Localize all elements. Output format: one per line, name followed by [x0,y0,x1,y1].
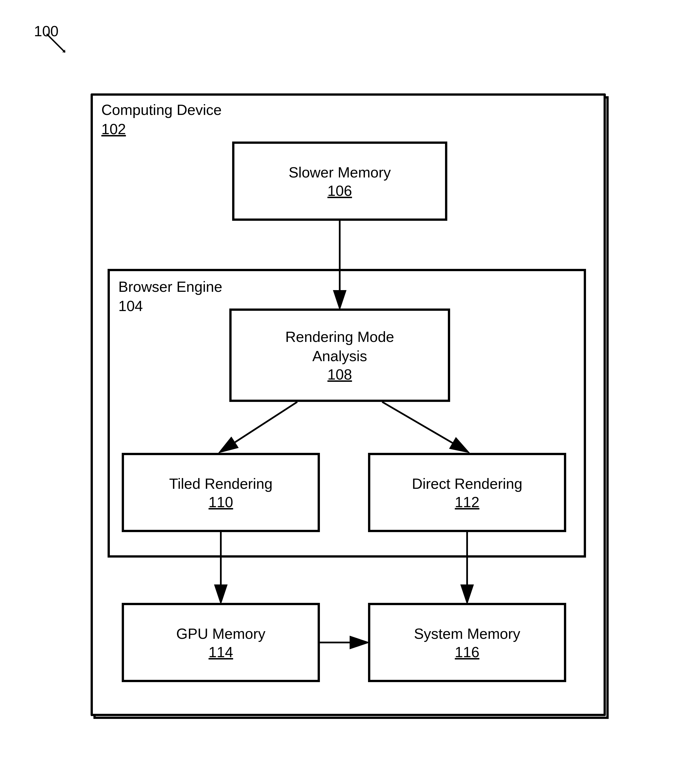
direct-rendering-label: Direct Rendering [412,474,522,494]
tiled-rendering-label: Tiled Rendering [169,474,272,494]
svg-line-0 [47,34,65,53]
browser-engine-label: Browser Engine 104 [119,277,222,316]
computing-device-name: Computing Device [101,102,222,118]
computing-device-number: 102 [101,121,126,137]
browser-engine-number: 104 [119,298,143,314]
rendering-mode-analysis-box: Rendering Mode Analysis 108 [229,308,450,402]
system-memory-number: 116 [455,644,479,660]
slower-memory-label: Slower Memory [288,163,391,182]
browser-engine-name: Browser Engine [119,278,222,295]
slower-memory-box: Slower Memory 106 [232,142,447,221]
rendering-mode-label1: Rendering Mode [285,328,394,347]
rendering-mode-label2: Analysis [312,347,367,366]
slower-memory-number: 106 [328,182,352,199]
computing-device-label: Computing Device 102 [101,100,222,139]
gpu-memory-label: GPU Memory [176,624,265,644]
tiled-rendering-box: Tiled Rendering 110 [122,453,320,532]
gpu-memory-box: GPU Memory 114 [122,603,320,682]
direct-rendering-box: Direct Rendering 112 [368,453,566,532]
system-memory-label: System Memory [414,624,520,644]
direct-rendering-number: 112 [455,494,479,511]
diagram-container: 100 Computing Device 102 Slower Memory 1… [0,0,695,784]
tiled-rendering-number: 110 [209,494,233,511]
gpu-memory-number: 114 [209,644,233,660]
rendering-mode-number: 108 [328,366,352,383]
system-memory-box: System Memory 116 [368,603,566,682]
figure-number-arrow [44,31,69,57]
